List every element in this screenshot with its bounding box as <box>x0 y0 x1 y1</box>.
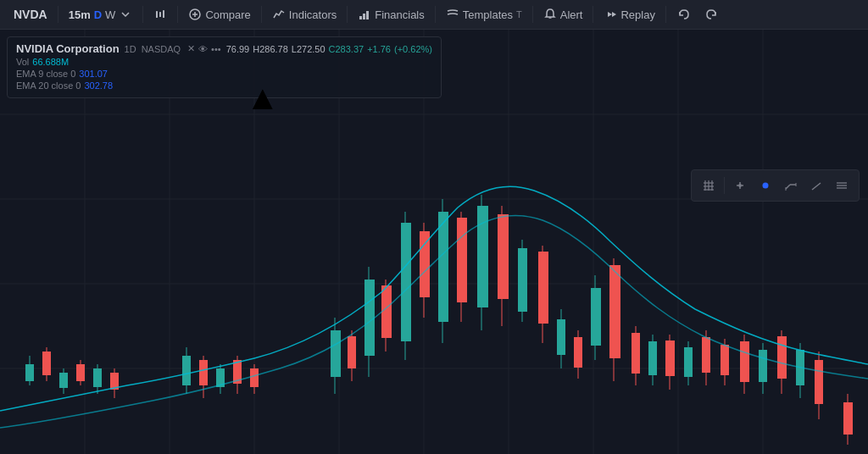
svg-rect-100 <box>843 402 853 435</box>
redo-button[interactable] <box>698 3 726 26</box>
svg-rect-46 <box>331 330 341 377</box>
ema9-value: 301.07 <box>79 69 108 79</box>
svg-rect-6 <box>359 16 362 19</box>
financials-icon <box>358 8 371 21</box>
svg-rect-54 <box>401 223 411 341</box>
redo-icon <box>705 8 719 21</box>
dot-icon <box>759 179 772 192</box>
chart-title: NVIDIA Corporation <box>16 42 120 55</box>
sep4 <box>261 6 262 23</box>
alert-label: Alert <box>560 8 583 21</box>
svg-rect-8 <box>366 11 369 19</box>
svg-rect-64 <box>498 214 509 299</box>
draw-icon <box>810 179 823 192</box>
svg-rect-66 <box>518 248 527 312</box>
replay-icon <box>604 8 617 21</box>
symbol-button[interactable]: NVDA <box>7 3 54 26</box>
svg-rect-56 <box>420 231 430 297</box>
svg-rect-98 <box>815 360 823 404</box>
rt-sep1 <box>724 177 725 194</box>
vol-label: Vol <box>16 57 29 67</box>
svg-rect-36 <box>182 356 191 385</box>
financials-button[interactable]: Financials <box>351 3 431 26</box>
ohlc-open: 76.99 <box>226 44 250 54</box>
dot-tool-button[interactable] <box>754 174 777 197</box>
interval-label: 15m <box>69 8 91 21</box>
more-tool-button[interactable] <box>830 174 854 197</box>
svg-rect-84 <box>684 347 693 377</box>
svg-rect-48 <box>348 336 356 368</box>
line-icon <box>784 179 798 192</box>
svg-rect-2 <box>163 10 164 18</box>
chart-type-button[interactable] <box>147 3 174 26</box>
indicators-button[interactable]: Indicators <box>265 3 343 26</box>
chart-area[interactable]: NVIDIA Corporation 1D NASDAQ ✕ 👁 ••• 76.… <box>0 30 868 454</box>
svg-rect-28 <box>59 373 68 388</box>
svg-line-115 <box>812 183 821 190</box>
compare-button[interactable]: Compare <box>181 3 257 26</box>
svg-point-110 <box>763 183 769 189</box>
svg-line-111 <box>786 185 790 189</box>
sep8 <box>593 6 593 23</box>
interval-d-label: D <box>94 8 102 21</box>
svg-rect-90 <box>740 341 749 382</box>
ohlc-low: L272.50 <box>292 44 326 54</box>
svg-rect-94 <box>777 336 787 379</box>
ohlc-change: +1.76 <box>367 44 391 54</box>
ohlc-pct: (+0.62%) <box>394 44 432 54</box>
sep1 <box>58 6 58 23</box>
svg-rect-82 <box>665 340 675 376</box>
templates-button[interactable]: Templates T <box>439 3 529 26</box>
ema20-value: 302.78 <box>84 80 113 91</box>
line-tool-button[interactable] <box>779 174 803 197</box>
svg-rect-68 <box>538 252 548 324</box>
svg-rect-92 <box>759 350 767 382</box>
candlestick-icon <box>153 8 167 21</box>
svg-rect-7 <box>363 14 365 19</box>
ohlc-high: H286.78 <box>253 44 288 54</box>
grid-icon <box>702 179 715 192</box>
drawing-toolbar <box>691 169 860 202</box>
svg-rect-26 <box>42 352 51 375</box>
svg-rect-38 <box>199 360 208 385</box>
sep5 <box>347 6 348 23</box>
undo-icon <box>676 8 690 21</box>
svg-rect-78 <box>632 333 640 374</box>
sep7 <box>532 6 533 23</box>
svg-rect-30 <box>76 364 85 381</box>
chart-info-overlay: NVIDIA Corporation 1D NASDAQ ✕ 👁 ••• 76.… <box>7 36 442 98</box>
draw-tool-button[interactable] <box>804 174 828 197</box>
alert-button[interactable]: Alert <box>537 3 590 26</box>
svg-rect-72 <box>574 337 582 368</box>
chevron-down-icon <box>119 8 132 21</box>
svg-rect-70 <box>557 319 565 355</box>
interval-button[interactable]: 15m D W <box>62 3 140 26</box>
undo-button[interactable] <box>670 3 697 26</box>
more-lines-icon <box>835 179 849 192</box>
cross-icon <box>733 179 747 192</box>
grid-tool-button[interactable] <box>697 174 721 197</box>
svg-rect-76 <box>609 265 620 358</box>
up-arrow: ▲ <box>246 79 280 117</box>
eye-icon[interactable]: 👁 <box>198 44 208 54</box>
svg-rect-74 <box>591 288 601 346</box>
chart-exchange: NASDAQ <box>142 44 181 54</box>
dots-icon[interactable]: ••• <box>211 44 221 54</box>
bell-icon <box>543 8 557 21</box>
indicators-label: Indicators <box>289 8 337 21</box>
svg-rect-60 <box>457 218 467 302</box>
svg-rect-50 <box>364 280 375 356</box>
svg-rect-0 <box>156 11 158 18</box>
svg-rect-88 <box>721 345 729 375</box>
ema20-label: EMA 20 close 0 <box>16 80 81 91</box>
sep2 <box>142 6 143 23</box>
pin-icon[interactable]: ✕ <box>187 43 195 54</box>
replay-button[interactable]: Replay <box>597 3 661 26</box>
main-toolbar: NVDA 15m D W Compare Indicators Financia… <box>0 0 868 30</box>
svg-rect-44 <box>250 368 259 387</box>
cross-tool-button[interactable] <box>728 174 752 197</box>
financials-label: Financials <box>375 8 425 21</box>
interval-w-label: W <box>105 8 115 21</box>
svg-rect-58 <box>438 212 448 322</box>
svg-rect-80 <box>648 341 657 375</box>
